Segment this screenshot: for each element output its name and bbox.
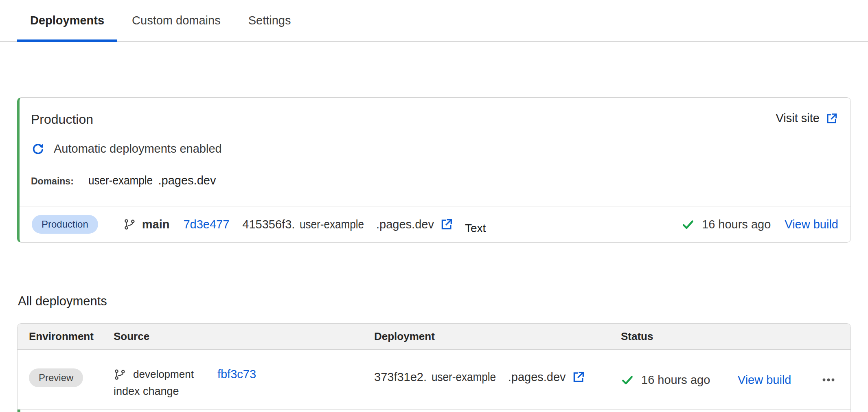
check-icon — [682, 218, 695, 231]
row-commit-message: index change — [114, 385, 374, 398]
tab-bar: Deployments Custom domains Settings — [0, 0, 868, 42]
column-header-status: Status — [621, 330, 838, 343]
tab-deployments[interactable]: Deployments — [17, 8, 117, 42]
external-link-icon[interactable] — [440, 217, 454, 231]
production-branch-name: main — [142, 218, 170, 231]
visit-site-link[interactable]: Visit site — [776, 112, 838, 125]
environment-badge-preview: Preview — [29, 368, 83, 387]
tab-custom-domains[interactable]: Custom domains — [119, 8, 234, 42]
production-card-title: Production — [31, 112, 93, 127]
tab-settings[interactable]: Settings — [235, 8, 304, 42]
domains-label: Domains: — [31, 174, 74, 188]
refresh-icon — [31, 142, 45, 156]
deployment-note-text: Text — [465, 222, 486, 235]
table-row: Preview development fbf3c73 index change… — [18, 350, 850, 410]
production-view-build-link[interactable]: View build — [785, 218, 838, 231]
row-deployment-suffix: .pages.dev — [508, 370, 566, 384]
all-deployments-heading: All deployments — [18, 294, 868, 309]
row-commit-link[interactable]: fbf3c73 — [217, 368, 256, 381]
check-icon — [621, 373, 634, 386]
production-deployment-domain: user-example — [300, 218, 364, 231]
git-branch-icon — [123, 218, 136, 230]
row-deployment-domain: user-example — [432, 370, 496, 384]
column-header-source: Source — [114, 330, 374, 343]
production-domain-name: user-example — [88, 173, 153, 187]
row-deployment-subdomain: 373f31e2. — [374, 370, 427, 384]
next-row-peek — [18, 410, 850, 412]
deployments-table: Environment Source Deployment Status Pre… — [17, 323, 851, 412]
next-row-green-indicator — [18, 410, 20, 412]
environment-badge-production: Production — [32, 215, 98, 234]
column-header-environment: Environment — [29, 330, 114, 343]
production-deploy-time: 16 hours ago — [702, 218, 771, 231]
production-commit-link[interactable]: 7d3e477 — [183, 218, 229, 231]
row-actions-menu-button[interactable] — [819, 370, 838, 390]
production-deployment-subdomain: 415356f3. — [242, 218, 295, 231]
external-link-icon — [825, 112, 838, 125]
ellipsis-icon — [821, 373, 836, 387]
row-branch-name: development — [133, 368, 194, 381]
auto-deployments-text: Automatic deployments enabled — [54, 142, 222, 156]
git-branch-icon — [114, 368, 126, 381]
row-deploy-time: 16 hours ago — [641, 373, 710, 387]
production-card: Production Visit site Automatic deployme… — [17, 97, 851, 243]
external-link-icon[interactable] — [572, 370, 585, 384]
production-domain-suffix: .pages.dev — [158, 174, 216, 187]
table-header-row: Environment Source Deployment Status — [18, 324, 850, 350]
column-header-deployment: Deployment — [374, 330, 621, 343]
production-deployment-row: Production main 7d3e477 415356f3. user-e… — [20, 206, 850, 242]
visit-site-label: Visit site — [776, 112, 820, 125]
production-deployment-suffix: .pages.dev — [376, 218, 434, 231]
row-view-build-link[interactable]: View build — [738, 373, 791, 387]
